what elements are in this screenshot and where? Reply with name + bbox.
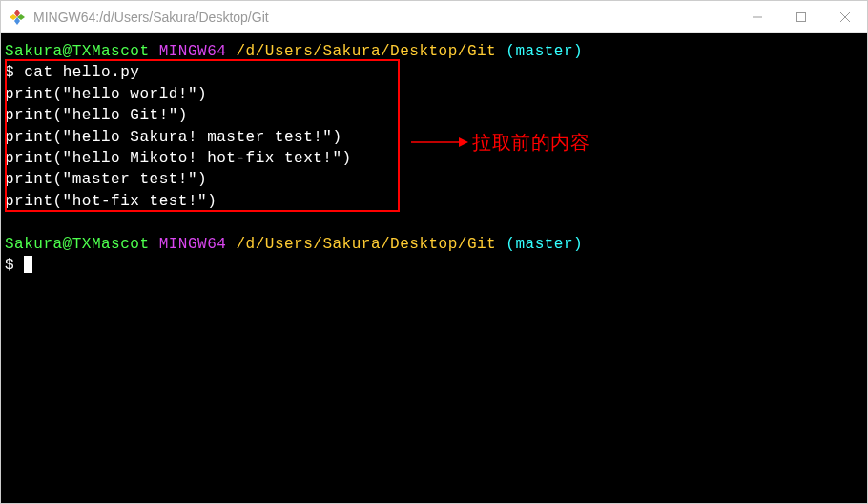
prompt-symbol: $ — [5, 257, 14, 274]
output-line: print("hello Git!") — [1, 105, 867, 126]
env-label: MINGW64 — [159, 43, 227, 60]
output-line: print("hello world!") — [1, 84, 867, 105]
branch-label: (master) — [506, 236, 583, 253]
annotation: 拉取前的内容 — [411, 129, 589, 156]
app-icon — [9, 9, 26, 26]
command-line: $ cat hello.py — [1, 62, 867, 83]
window: MINGW64:/d/Users/Sakura/Desktop/Git Saku… — [0, 0, 868, 504]
minimize-button[interactable] — [735, 1, 779, 32]
window-title: MINGW64:/d/Users/Sakura/Desktop/Git — [33, 10, 735, 25]
command-text: cat hello.py — [24, 64, 139, 81]
branch-label: (master) — [506, 43, 583, 60]
cwd-path: /d/Users/Sakura/Desktop/Git — [236, 236, 496, 253]
annotation-label: 拉取前的内容 — [472, 129, 589, 156]
svg-rect-5 — [797, 12, 806, 21]
output-line: print("hot-fix test!") — [1, 191, 867, 212]
svg-marker-9 — [459, 137, 468, 147]
prompt-symbol: $ — [5, 64, 14, 81]
output-line: print("master test!") — [1, 169, 867, 190]
terminal[interactable]: Sakura@TXMascot MINGW64 /d/Users/Sakura/… — [1, 33, 867, 503]
close-button[interactable] — [823, 1, 867, 32]
cursor — [24, 256, 32, 273]
user-host: Sakura@TXMascot — [5, 43, 150, 60]
prompt-line: Sakura@TXMascot MINGW64 /d/Users/Sakura/… — [1, 234, 867, 255]
env-label: MINGW64 — [159, 236, 227, 253]
window-controls — [735, 1, 867, 32]
arrow-icon — [411, 133, 468, 152]
command-line: $ — [1, 255, 867, 276]
blank-line — [1, 212, 867, 233]
prompt-line: Sakura@TXMascot MINGW64 /d/Users/Sakura/… — [1, 41, 867, 62]
user-host: Sakura@TXMascot — [5, 236, 150, 253]
maximize-button[interactable] — [779, 1, 823, 32]
titlebar[interactable]: MINGW64:/d/Users/Sakura/Desktop/Git — [1, 1, 867, 33]
cwd-path: /d/Users/Sakura/Desktop/Git — [236, 43, 496, 60]
